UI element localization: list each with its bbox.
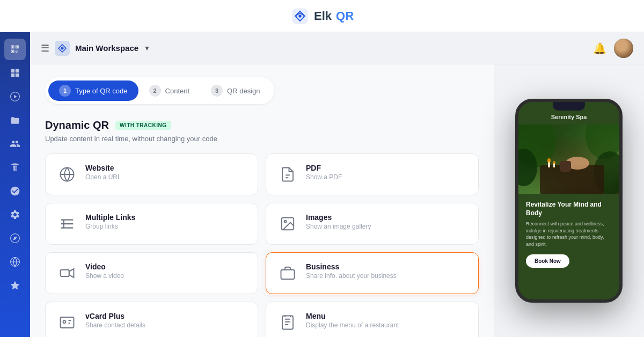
header-left: ☰ Main Workspace ▼ bbox=[41, 41, 150, 56]
notification-bell-icon[interactable]: 🔔 bbox=[593, 42, 606, 55]
website-icon bbox=[56, 164, 78, 185]
workspace-name: Main Workspace bbox=[75, 43, 138, 53]
svg-rect-17 bbox=[282, 316, 293, 329]
step-label-2: Content bbox=[165, 87, 190, 95]
content-body: 1 Type of QR code 2 Content 3 QR design … bbox=[30, 64, 644, 337]
card-desc-menu: Display the menu of a restaurant bbox=[306, 321, 399, 329]
svg-rect-22 bbox=[540, 165, 604, 194]
card-images[interactable]: Images Show an image gallery bbox=[266, 203, 479, 245]
logo-elk: Elk bbox=[314, 9, 332, 23]
top-bar: ElkQR bbox=[0, 0, 644, 32]
vcard-icon bbox=[56, 312, 78, 333]
section-header: Dynamic QR WITH TRACKING bbox=[45, 119, 479, 131]
workspace-dropdown-arrow[interactable]: ▼ bbox=[144, 45, 150, 52]
step-label-3: QR design bbox=[227, 87, 260, 95]
step-tab-2[interactable]: 2 Content bbox=[138, 80, 201, 101]
card-multiple-links[interactable]: Multiple Links Group links bbox=[45, 203, 258, 245]
phone-preview: Serenity Spa bbox=[494, 64, 644, 337]
card-menu[interactable]: Menu Display the menu of a restaurant bbox=[266, 302, 479, 337]
svg-point-8 bbox=[61, 47, 64, 49]
sidebar-item-users[interactable] bbox=[4, 133, 26, 155]
main-content: ☰ Main Workspace ▼ 🔔 bbox=[30, 32, 644, 337]
card-desc-video: Show a video bbox=[85, 272, 124, 280]
sidebar-item-trash[interactable] bbox=[4, 157, 26, 178]
step-num-2: 2 bbox=[149, 85, 161, 97]
card-title-vcard-plus: vCard Plus bbox=[85, 312, 145, 320]
step-tab-1[interactable]: 1 Type of QR code bbox=[48, 80, 138, 101]
video-icon bbox=[56, 262, 78, 284]
card-video[interactable]: Video Show a video bbox=[45, 252, 258, 294]
card-title-images: Images bbox=[306, 213, 371, 222]
business-icon bbox=[277, 262, 298, 284]
sidebar-item-play[interactable] bbox=[4, 86, 26, 107]
header-right: 🔔 bbox=[593, 39, 633, 58]
sidebar-item-globe[interactable] bbox=[4, 251, 26, 273]
avatar[interactable] bbox=[614, 39, 633, 58]
card-text-website: Website Open a URL bbox=[85, 164, 121, 181]
card-desc-pdf: Show a PDF bbox=[306, 173, 342, 181]
card-desc-multiple-links: Group links bbox=[85, 223, 135, 230]
section-desc: Update content in real time, without cha… bbox=[45, 135, 479, 143]
card-website[interactable]: Website Open a URL bbox=[45, 153, 258, 195]
svg-rect-30 bbox=[560, 161, 571, 172]
phone-book-button[interactable]: Book Now bbox=[526, 254, 569, 268]
svg-point-3 bbox=[303, 15, 305, 17]
logo[interactable]: ElkQR bbox=[290, 6, 354, 26]
card-vcard-plus[interactable]: vCard Plus Share contact details bbox=[45, 302, 258, 337]
card-text-video: Video Show a video bbox=[85, 262, 124, 280]
multiple-links-icon bbox=[56, 213, 78, 235]
sidebar bbox=[0, 32, 30, 337]
phone-screen: Serenity Spa bbox=[518, 102, 619, 299]
menu-icon[interactable]: ☰ bbox=[41, 42, 49, 54]
card-desc-vcard-plus: Share contact details bbox=[85, 321, 145, 329]
card-title-business: Business bbox=[306, 262, 397, 271]
card-title-pdf: PDF bbox=[306, 164, 342, 172]
avatar-image bbox=[614, 39, 633, 58]
card-text-pdf: PDF Show a PDF bbox=[306, 164, 342, 181]
step-tab-3[interactable]: 3 QR design bbox=[200, 80, 270, 101]
card-text-menu: Menu Display the menu of a restaurant bbox=[306, 312, 399, 329]
phone-cta-desc: Reconnect with peace and wellness; indul… bbox=[526, 221, 612, 247]
card-pdf[interactable]: PDF Show a PDF bbox=[266, 153, 479, 195]
step-tabs: 1 Type of QR code 2 Content 3 QR design bbox=[45, 77, 274, 104]
phone-spa-image bbox=[518, 124, 619, 194]
svg-point-16 bbox=[63, 320, 66, 323]
app-shell: ☰ Main Workspace ▼ 🔔 bbox=[0, 32, 644, 337]
sidebar-item-folder[interactable] bbox=[4, 109, 26, 131]
sidebar-item-grid[interactable] bbox=[4, 62, 26, 84]
tracking-badge: WITH TRACKING bbox=[115, 121, 171, 130]
svg-rect-13 bbox=[281, 270, 295, 280]
sidebar-item-star[interactable] bbox=[4, 275, 26, 296]
menu-icon-card bbox=[277, 312, 298, 333]
svg-rect-15 bbox=[61, 317, 74, 328]
logo-icon bbox=[290, 6, 310, 26]
sidebar-item-settings[interactable] bbox=[4, 204, 26, 225]
phone-cta-title: Revitalize Your Mind and Body bbox=[526, 201, 612, 217]
card-desc-website: Open a URL bbox=[85, 173, 121, 181]
card-text-images: Images Show an image gallery bbox=[306, 213, 371, 230]
sidebar-item-team[interactable] bbox=[4, 180, 26, 202]
svg-point-26 bbox=[547, 158, 551, 163]
step-num-1: 1 bbox=[59, 85, 71, 97]
svg-rect-12 bbox=[61, 270, 69, 277]
card-text-business: Business Share info. about your business bbox=[306, 262, 397, 280]
phone-content: Revitalize Your Mind and Body Reconnect … bbox=[518, 194, 619, 299]
images-icon bbox=[277, 213, 298, 235]
card-business[interactable]: Business Share info. about your business bbox=[266, 252, 479, 294]
content-panel: 1 Type of QR code 2 Content 3 QR design … bbox=[30, 64, 494, 337]
card-title-multiple-links: Multiple Links bbox=[85, 213, 135, 222]
sidebar-item-qr[interactable] bbox=[4, 39, 26, 60]
svg-point-2 bbox=[295, 15, 297, 17]
card-title-website: Website bbox=[85, 164, 121, 172]
pdf-icon bbox=[277, 164, 298, 185]
card-desc-images: Show an image gallery bbox=[306, 223, 371, 230]
spa-svg bbox=[518, 124, 619, 194]
card-text-multiple-links: Multiple Links Group links bbox=[85, 213, 135, 230]
header-bar: ☰ Main Workspace ▼ 🔔 bbox=[30, 32, 644, 64]
svg-point-1 bbox=[298, 14, 301, 17]
card-title-menu: Menu bbox=[306, 312, 399, 320]
card-title-video: Video bbox=[85, 262, 124, 271]
step-num-3: 3 bbox=[211, 85, 223, 97]
cards-grid: Website Open a URL PDF Show a PDF bbox=[45, 153, 479, 337]
sidebar-item-compass[interactable] bbox=[4, 228, 26, 249]
